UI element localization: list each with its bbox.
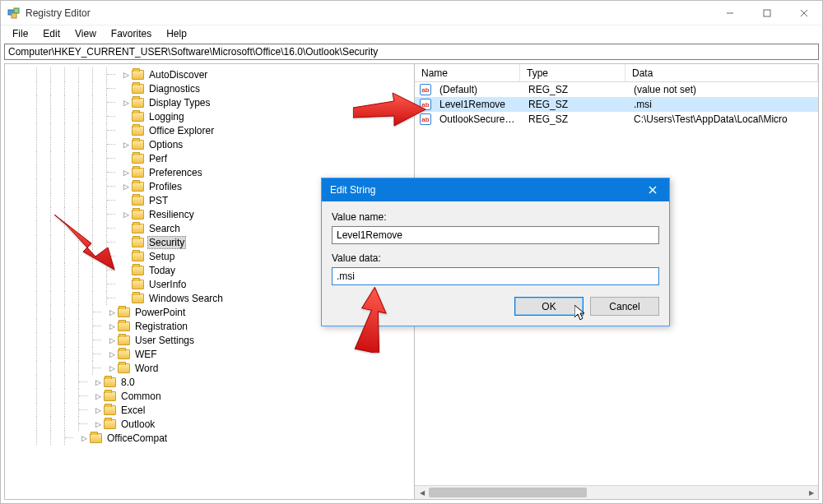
folder-icon xyxy=(90,433,102,443)
tree-expander-icon[interactable]: ▷ xyxy=(106,349,118,360)
value-type: REG_SZ xyxy=(522,113,627,125)
tree-item-label: Preferences xyxy=(147,167,204,178)
scroll-left-icon[interactable]: ◀ xyxy=(415,486,429,499)
col-name[interactable]: Name xyxy=(415,64,520,82)
tree-expander-icon[interactable]: ▷ xyxy=(120,69,132,81)
svg-rect-1 xyxy=(14,8,19,13)
tree-expander-icon xyxy=(120,293,132,304)
tree-item[interactable]: Diagnostics xyxy=(8,81,414,95)
tree-expander-icon[interactable]: ▷ xyxy=(120,139,132,150)
string-value-icon: ab xyxy=(420,113,431,125)
tree-expander-icon[interactable]: ▷ xyxy=(106,335,118,346)
tree-item[interactable]: Office Explorer xyxy=(8,123,414,137)
tree-item-label: Excel xyxy=(119,405,146,416)
tree-expander-icon[interactable]: ▷ xyxy=(92,377,104,388)
tree-item-label: Display Types xyxy=(147,97,212,109)
tree-item-label: Perf xyxy=(147,153,169,164)
folder-icon xyxy=(104,419,116,429)
tree-item-label: Outlook xyxy=(119,418,156,430)
tree-item[interactable]: ▷8.0 xyxy=(8,375,414,389)
cancel-button[interactable]: Cancel xyxy=(590,297,659,316)
menu-view[interactable]: View xyxy=(68,26,103,41)
folder-icon xyxy=(132,196,144,206)
list-body: ab(Default)REG_SZ(value not set)abLevel1… xyxy=(415,82,818,127)
dialog-close-button[interactable] xyxy=(636,178,669,201)
tree-item[interactable]: ▷Common xyxy=(8,389,414,403)
tree-item[interactable]: ▷Excel xyxy=(8,403,414,417)
h-scrollbar[interactable]: ◀ ▶ xyxy=(415,485,818,499)
tree-expander-icon xyxy=(120,125,132,136)
value-name: Level1Remove xyxy=(433,99,522,110)
value-name: OutlookSecureT… xyxy=(433,113,522,125)
tree-item[interactable]: ▷Word xyxy=(8,361,414,375)
menu-favorites[interactable]: Favorites xyxy=(105,26,158,41)
tree-expander-icon[interactable]: ▷ xyxy=(120,181,132,192)
svg-rect-2 xyxy=(12,13,16,18)
folder-icon xyxy=(132,238,144,247)
folder-icon xyxy=(104,377,116,387)
menu-help[interactable]: Help xyxy=(160,26,193,41)
tree-item[interactable]: ▷AutoDiscover xyxy=(8,67,414,81)
col-type[interactable]: Type xyxy=(520,64,625,82)
tree-expander-icon[interactable]: ▷ xyxy=(78,432,90,444)
scroll-right-icon[interactable]: ▶ xyxy=(804,486,818,499)
tree-item[interactable]: ▷Display Types xyxy=(8,95,414,109)
window-minimize-button[interactable] xyxy=(711,1,748,25)
folder-icon xyxy=(104,391,116,401)
value-name-field[interactable] xyxy=(332,226,659,244)
menu-edit[interactable]: Edit xyxy=(36,26,67,41)
window-maximize-button[interactable] xyxy=(748,1,785,25)
tree-item[interactable]: ▷OfficeCompat xyxy=(8,431,414,445)
folder-icon xyxy=(104,405,116,415)
value-data: (value not set) xyxy=(627,84,818,95)
value-row[interactable]: ab(Default)REG_SZ(value not set) xyxy=(415,82,818,97)
tree-item-label: Registration xyxy=(133,321,189,332)
folder-icon xyxy=(118,321,130,331)
tree-item-label: Setup xyxy=(147,251,176,262)
folder-icon xyxy=(118,307,130,317)
value-row[interactable]: abOutlookSecureT…REG_SZC:\Users\Test\App… xyxy=(415,112,818,127)
folder-icon xyxy=(118,363,130,373)
tree-expander-icon xyxy=(120,111,132,123)
folder-icon xyxy=(132,224,144,234)
address-bar[interactable]: Computer\HKEY_CURRENT_USER\Software\Micr… xyxy=(4,44,819,60)
folder-icon xyxy=(118,349,130,359)
titlebar: Registry Editor xyxy=(1,1,822,25)
ok-button[interactable]: OK xyxy=(514,297,584,316)
tree-expander-icon[interactable]: ▷ xyxy=(92,391,104,402)
tree-expander-icon[interactable]: ▷ xyxy=(92,418,104,430)
value-name: (Default) xyxy=(433,84,522,95)
tree-expander-icon[interactable]: ▷ xyxy=(120,209,132,220)
value-data-field[interactable] xyxy=(332,267,659,285)
tree-expander-icon xyxy=(120,265,132,276)
tree-expander-icon[interactable]: ▷ xyxy=(106,321,118,332)
tree-item[interactable]: Logging xyxy=(8,109,414,123)
tree-item[interactable]: ▷User Settings xyxy=(8,333,414,347)
tree-expander-icon[interactable]: ▷ xyxy=(92,405,104,416)
tree-item-label: PowerPoint xyxy=(133,307,187,318)
dialog-titlebar[interactable]: Edit String xyxy=(322,178,669,201)
tree-item[interactable]: ▷WEF xyxy=(8,347,414,361)
col-data[interactable]: Data xyxy=(625,64,818,82)
tree-expander-icon[interactable]: ▷ xyxy=(120,97,132,109)
folder-icon xyxy=(132,252,144,261)
value-row[interactable]: abLevel1RemoveREG_SZ.msi xyxy=(415,97,818,112)
tree-item[interactable]: ▷Outlook xyxy=(8,417,414,431)
tree-expander-icon[interactable]: ▷ xyxy=(106,363,118,374)
tree-item-label: OfficeCompat xyxy=(105,432,169,444)
tree-item-label: Resiliency xyxy=(147,209,196,220)
window-close-button[interactable] xyxy=(785,1,822,25)
folder-icon xyxy=(132,70,144,80)
tree-expander-icon[interactable]: ▷ xyxy=(106,307,118,318)
tree-item[interactable]: ▷Options xyxy=(8,137,414,151)
menu-file[interactable]: File xyxy=(6,26,35,41)
tree-item-label: Options xyxy=(147,139,184,150)
folder-icon xyxy=(132,140,144,150)
tree-item-label: Logging xyxy=(147,111,186,123)
tree-expander-icon[interactable]: ▷ xyxy=(120,167,132,178)
tree-item-label: Word xyxy=(133,363,160,374)
tree-item[interactable]: Perf xyxy=(8,151,414,165)
string-value-icon: ab xyxy=(420,99,431,110)
edit-string-dialog: Edit String Value name: Value data: OK C… xyxy=(321,178,670,326)
folder-icon xyxy=(132,280,144,289)
